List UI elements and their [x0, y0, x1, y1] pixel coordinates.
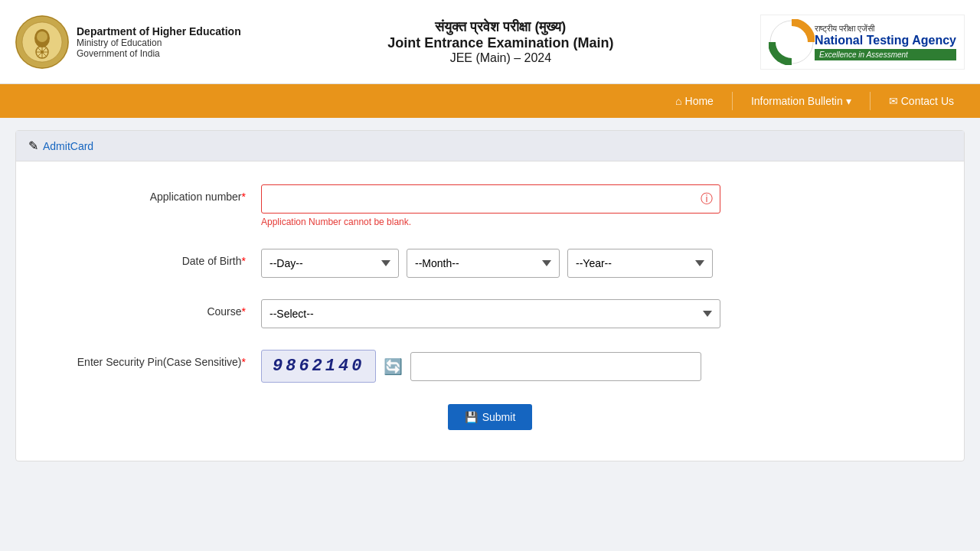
nta-text-block: राष्ट्रीय परीक्षा एजेंसी National Testin… [815, 24, 956, 60]
dob-label: Date of Birth* [47, 249, 261, 267]
department-info: Department of Higher Education Ministry … [77, 25, 241, 59]
dob-selects: --Day-- --Month-- --Year-- [261, 249, 720, 278]
home-icon: ⌂ [675, 95, 681, 107]
info-bulletin-dropdown-icon: ▾ [846, 95, 851, 107]
admit-card-title: AdmitCard [43, 140, 93, 152]
nav-home-label: Home [685, 95, 714, 107]
refresh-icon: 🔄 [384, 357, 403, 376]
dept-name: Department of Higher Education [77, 25, 241, 37]
nta-logo: राष्ट्रीय परीक्षा एजेंसी National Testin… [760, 15, 965, 70]
nta-hindi: राष्ट्रीय परीक्षा एजेंसी [815, 24, 956, 34]
refresh-captcha-button[interactable]: 🔄 [384, 357, 403, 376]
security-pin-field: 9862140 🔄 [261, 350, 720, 383]
svg-point-3 [37, 31, 47, 42]
contact-icon: ✉ [889, 95, 898, 107]
submit-label: Submit [482, 411, 516, 423]
security-pin-row: Enter Security Pin(Case Sensitive)* 9862… [47, 350, 933, 383]
nav-info-bulletin-label: Information Bulletin [751, 95, 843, 107]
nav-divider-1 [732, 92, 733, 110]
app-number-label: Application number* [47, 184, 261, 203]
course-row: Course* --Select-- [47, 299, 933, 328]
submit-button[interactable]: 💾 Submit [448, 404, 533, 430]
year-select[interactable]: --Year-- [567, 249, 713, 278]
app-number-error: Application Number cannot be blank. [261, 217, 720, 227]
govt-name: Government of India [77, 48, 241, 59]
admit-card-icon: ✎ [28, 139, 38, 153]
security-pin-label: Enter Security Pin(Case Sensitive)* [47, 350, 261, 368]
course-required-marker: * [242, 305, 246, 318]
dob-field: --Day-- --Month-- --Year-- [261, 249, 720, 278]
security-required-marker: * [242, 356, 246, 368]
page-header: Department of Higher Education Ministry … [0, 0, 980, 84]
save-icon: 💾 [465, 411, 478, 423]
security-pin-input[interactable] [410, 352, 701, 381]
ministry-name: Ministry of Education [77, 37, 241, 48]
submit-row: 💾 Submit [47, 404, 933, 430]
hindi-title: संयुक्त प्रवेश परीक्षा (मुख्य) [241, 19, 760, 35]
emblem-icon [15, 15, 69, 69]
app-number-field: ⓘ Application Number cannot be blank. [261, 184, 720, 227]
navbar: ⌂ Home Information Bulletin ▾ ✉ Contact … [0, 84, 980, 118]
main-content: ✎ AdmitCard Application number* ⓘ Applic… [0, 118, 980, 474]
captcha-image: 9862140 [261, 350, 376, 383]
nta-name: National Testing Agency [815, 34, 956, 47]
nav-contact-us-label: Contact Us [901, 95, 954, 107]
app-number-input-wrapper: ⓘ [261, 184, 720, 214]
month-select[interactable]: --Month-- [407, 249, 560, 278]
error-icon: ⓘ [701, 191, 713, 207]
nta-icon [769, 19, 815, 65]
application-number-input[interactable] [261, 184, 720, 214]
course-field: --Select-- [261, 299, 720, 328]
eng-title: Joint Entrance Examination (Main) [241, 35, 760, 51]
app-number-required-marker: * [242, 191, 246, 203]
course-label: Course* [47, 299, 261, 318]
header-right-logo: राष्ट्रीय परीक्षा एजेंसी National Testin… [760, 15, 965, 70]
dob-row: Date of Birth* --Day-- --Month-- --Year-… [47, 249, 933, 278]
card-header: ✎ AdmitCard [16, 131, 964, 161]
admit-card-panel: ✎ AdmitCard Application number* ⓘ Applic… [15, 130, 965, 461]
security-row-content: 9862140 🔄 [261, 350, 720, 383]
day-select[interactable]: --Day-- [261, 249, 399, 278]
svg-point-9 [41, 51, 44, 54]
nav-divider-2 [870, 92, 871, 110]
exam-year: JEE (Main) – 2024 [241, 51, 760, 65]
card-body: Application number* ⓘ Application Number… [16, 161, 964, 461]
dob-required-marker: * [242, 255, 246, 267]
app-number-row: Application number* ⓘ Application Number… [47, 184, 933, 227]
nav-info-bulletin[interactable]: Information Bulletin ▾ [740, 89, 862, 113]
course-select[interactable]: --Select-- [261, 299, 720, 328]
header-left: Department of Higher Education Ministry … [15, 15, 241, 69]
header-center-titles: संयुक्त प्रवेश परीक्षा (मुख्य) Joint Ent… [241, 19, 760, 65]
nav-home[interactable]: ⌂ Home [665, 89, 724, 113]
nta-tagline: Excellence in Assessment [815, 49, 956, 60]
nav-contact-us[interactable]: ✉ Contact Us [878, 89, 965, 113]
